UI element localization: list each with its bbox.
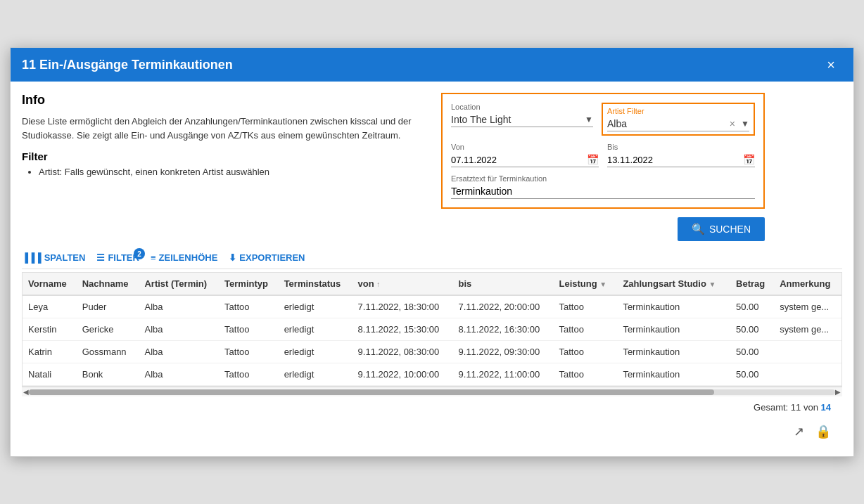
col-terminstatus: Terminstatus [279,273,352,295]
col-vorname: Vorname [23,273,77,295]
top-section: Info Diese Liste ermöglicht den Abgleich… [22,93,842,247]
search-button[interactable]: 🔍 SUCHEN [678,217,765,241]
table-wrap[interactable]: Vorname Nachname Artist (Termin) Termint… [22,272,842,387]
table-cell: Tattoo [554,363,618,386]
leistung-filter-icon[interactable]: ▼ [599,280,606,288]
filter-box: Location Into The Light ▼ Artist Filter [441,93,765,209]
list-item: Artist: Falls gewünscht, einen konkreten… [39,167,430,177]
table-row: KerstinGerickeAlbaTattooerledigt8.11.202… [23,318,841,341]
col-nachname: Nachname [77,273,139,295]
sort-icon: ↑ [376,280,380,288]
table-cell: Natali [23,363,77,386]
zahlungsart-filter-icon[interactable]: ▼ [709,280,716,288]
table-cell: 9.11.2022, 10:00:00 [352,363,453,386]
table-cell: Tattoo [219,341,279,363]
zeilenhoehe-button[interactable]: ≡ ZEILENHÖHE [151,252,217,263]
col-betrag: Betrag [730,273,774,295]
table-row: KatrinGossmannAlbaTattooerledigt9.11.202… [23,341,841,363]
gesamt-total: 14 [821,402,831,413]
table-cell: Tattoo [219,363,279,386]
table-row: NataliBonkAlbaTattooerledigt9.11.2022, 1… [23,363,841,386]
spalten-label: SPALTEN [44,252,86,263]
info-panel: Info Diese Liste ermöglicht den Abgleich… [22,93,430,247]
ersatz-field: Ersatztext für Terminkaution [451,174,755,199]
table-cell: erledigt [279,295,352,318]
lock-button[interactable]: 🔒 [815,424,831,439]
horizontal-scrollbar[interactable]: ◀ ▶ [22,387,842,396]
bis-label: Bis [607,143,755,151]
table-cell: 7.11.2022, 18:30:00 [352,295,453,318]
von-date-input[interactable] [451,155,587,165]
col-zahlungsart: Zahlungsart Studio ▼ [617,273,730,295]
search-btn-row: 🔍 SUCHEN [441,217,765,241]
artist-filter-field: Artist Filter Alba ▼ × [602,103,755,136]
scrollbar-thumb[interactable] [29,389,714,395]
artist-select[interactable]: Alba [607,118,749,129]
table-cell: Gossmann [77,341,139,363]
bottom-icons: ↗ 🔒 [22,418,842,445]
bis-calendar-icon[interactable]: 📅 [743,154,755,165]
table-cell: Tattoo [219,318,279,341]
filter-row-2: Von 📅 Bis 📅 [451,143,755,167]
table-cell: 9.11.2022, 08:30:00 [352,341,453,363]
table-cell: Leya [23,295,77,318]
expand-button[interactable]: ↗ [794,424,804,439]
zeilenhoehe-label: ZEILENHÖHE [159,252,218,263]
col-von[interactable]: von ↑ [352,273,453,295]
table-cell: 50.00 [730,318,774,341]
filter-row-1: Location Into The Light ▼ Artist Filter [451,103,755,136]
dialog-body: Info Diese Liste ermöglicht den Abgleich… [11,82,853,456]
toolbar: ▐▐▐ SPALTEN ☰ FILTER 2 ≡ ZEILENHÖHE ⬇ EX… [22,247,842,269]
main-dialog: 11 Ein-/Ausgänge Terminkautionen × Info … [10,47,854,457]
table-cell [774,363,841,386]
gesamt-of-label: von [803,402,818,413]
gesamt-count: 11 [791,402,801,413]
close-button[interactable]: × [820,53,842,76]
table-cell: 9.11.2022, 11:00:00 [453,363,554,386]
gesamt-label: Gesamt: [754,402,788,413]
dialog-title: 11 Ein-/Ausgänge Terminkautionen [22,58,233,72]
table-cell: Tattoo [554,295,618,318]
table-header-row: Vorname Nachname Artist (Termin) Termint… [23,273,841,295]
col-leistung: Leistung ▼ [554,273,618,295]
table-cell: Terminkaution [617,295,730,318]
von-field: Von 📅 [451,143,599,167]
bis-date-wrap: 📅 [607,154,755,167]
location-select[interactable]: Into The Light [451,114,593,125]
location-field: Location Into The Light ▼ [451,103,593,136]
table-cell: 50.00 [730,363,774,386]
table-cell: Tattoo [554,341,618,363]
artist-clear-button[interactable]: × [730,118,735,129]
table-cell: Alba [139,341,219,363]
table-cell: 7.11.2022, 20:00:00 [453,295,554,318]
table-cell: Terminkaution [617,341,730,363]
search-label: SUCHEN [709,224,751,235]
filter-panel: Location Into The Light ▼ Artist Filter [441,93,765,247]
von-calendar-icon[interactable]: 📅 [587,154,599,165]
scroll-right-icon[interactable]: ▶ [835,388,841,396]
table-cell: 50.00 [730,341,774,363]
ersatz-label: Ersatztext für Terminkaution [451,174,755,183]
spalten-button[interactable]: ▐▐▐ SPALTEN [22,252,85,263]
bis-date-input[interactable] [607,155,743,165]
ersatz-input[interactable] [451,186,755,199]
col-termintyp: Termintyp [219,273,279,295]
filter-section-title: Filter [22,150,430,162]
artist-select-wrap: Alba ▼ × [607,118,749,131]
table-cell: erledigt [279,341,352,363]
info-text: Diese Liste ermöglicht den Abgleich der … [22,115,430,142]
exportieren-button[interactable]: ⬇ EXPORTIEREN [229,252,305,263]
table-row: LeyaPuderAlbaTattooerledigt7.11.2022, 18… [23,295,841,318]
table-cell: 8.11.2022, 16:30:00 [453,318,554,341]
location-label: Location [451,103,593,111]
table-cell: Tattoo [219,295,279,318]
bis-field: Bis 📅 [607,143,755,167]
scrollbar-track[interactable] [29,389,835,395]
scroll-left-icon[interactable]: ◀ [23,388,29,396]
col-artist: Artist (Termin) [139,273,219,295]
col-anmerkung: Anmerkung [774,273,841,295]
table-cell [774,341,841,363]
filter-button[interactable]: ☰ FILTER 2 [96,252,139,263]
filter-badge: 2 [134,248,145,259]
table-cell: Kerstin [23,318,77,341]
